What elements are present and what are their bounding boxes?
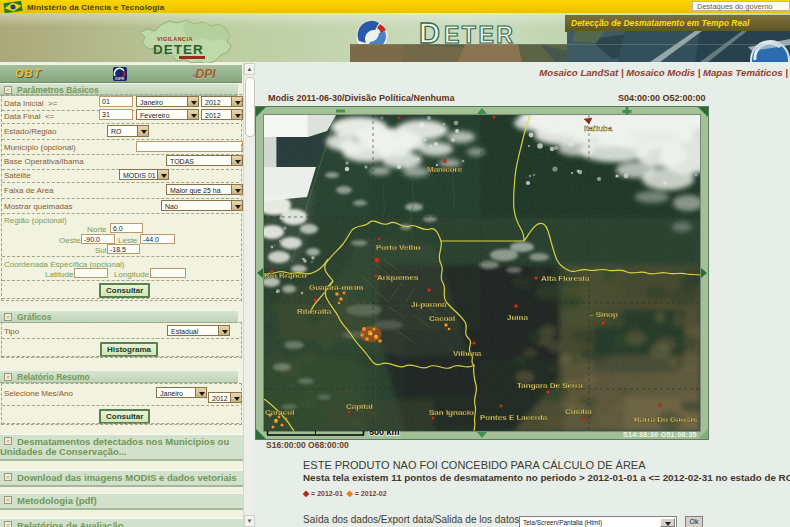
svg-text:Itaituba: Itaituba [584,124,613,133]
svg-text:Barra Do Garças: Barra Do Garças [634,415,698,424]
svg-text:INPE: INPE [115,76,125,81]
svg-text:Pontes E Lacerda: Pontes E Lacerda [480,413,548,422]
svg-text:Porto Velho: Porto Velho [376,243,421,252]
svg-text:Riberalta: Riberalta [297,307,332,316]
svg-text:Tangara De Serra: Tangara De Serra [517,381,583,390]
svg-text:Capital: Capital [346,402,373,411]
svg-text:DETER: DETER [153,42,204,57]
svg-text:Vilhena: Vilhena [453,349,482,358]
svg-text:Rio Branco: Rio Branco [264,271,307,280]
svg-text:Cacoal: Cacoal [429,314,455,323]
svg-text:Juína: Juína [507,313,528,322]
svg-text:Ariquemes: Ariquemes [377,273,419,282]
svg-text:Alta Floresta: Alta Floresta [541,274,590,283]
svg-text:Caracol: Caracol [265,408,294,417]
svg-text:Guajará-mirim: Guajará-mirim [309,283,363,292]
svg-text:Cuiabá: Cuiabá [565,407,592,416]
svg-text:– Sinop: – Sinop [589,310,618,319]
svg-text:Manicore: Manicore [427,165,463,174]
svg-text:Ji-paraná: Ji-paraná [411,300,447,309]
svg-text:San Ignacio: San Ignacio [429,408,474,417]
